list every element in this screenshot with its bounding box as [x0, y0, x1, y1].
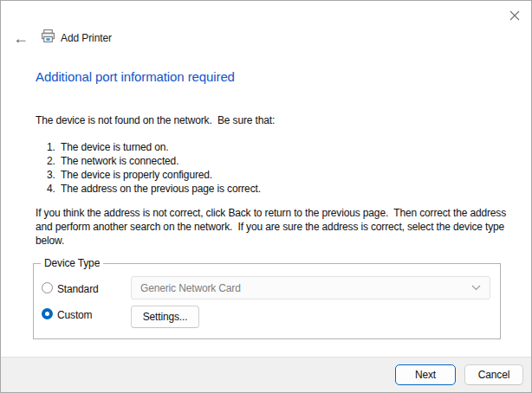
settings-button[interactable]: Settings... [131, 306, 199, 328]
checklist-item: The network is connected. [58, 154, 261, 168]
chevron-down-icon [471, 285, 481, 291]
printer-icon [41, 29, 55, 47]
next-button[interactable]: Next [395, 364, 456, 385]
back-button[interactable]: ← [13, 30, 32, 46]
checklist-item: The device is turned on. [58, 140, 261, 154]
standard-radio[interactable] [42, 282, 53, 293]
add-printer-dialog: ← Add Printer Additional port informatio… [0, 0, 532, 393]
cancel-button[interactable]: Cancel [464, 364, 523, 385]
checklist: The device is turned on. The network is … [36, 140, 261, 196]
close-x-glyph [509, 10, 520, 21]
app-title: Add Printer [61, 32, 112, 44]
page-title: Additional port information required [36, 69, 235, 84]
footer-bar: Next Cancel [1, 357, 531, 392]
dropdown-selected-value: Generic Network Card [140, 282, 471, 294]
note-text: If you think the address is not correct,… [36, 206, 514, 248]
standard-radio-label[interactable]: Standard [57, 283, 99, 295]
device-type-group: Device Type Standard Generic Network Car… [33, 263, 501, 339]
checklist-item: The device is properly configured. [58, 168, 261, 182]
intro-text: The device is not found on the network. … [36, 113, 512, 127]
device-type-label: Device Type [41, 257, 103, 269]
custom-radio[interactable] [42, 308, 53, 319]
wizard-header: ← Add Printer [13, 29, 112, 47]
checklist-item: The address on the previous page is corr… [58, 182, 261, 196]
close-icon[interactable] [506, 7, 523, 24]
custom-radio-label[interactable]: Custom [57, 309, 92, 321]
network-card-dropdown[interactable]: Generic Network Card [131, 276, 490, 300]
